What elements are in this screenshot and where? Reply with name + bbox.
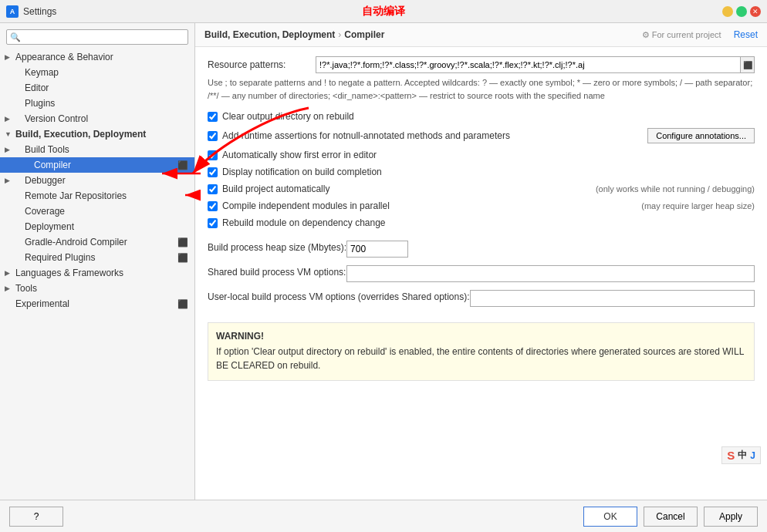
- checkbox-add-runtime: Add runtime assertions for notnull-annot…: [208, 128, 755, 143]
- sogou-s-icon: S: [727, 449, 735, 462]
- sidebar-item-languages[interactable]: ▶ Languages & Frameworks: [0, 265, 194, 281]
- sidebar-item-label: Build Tools: [25, 144, 69, 155]
- checkbox-compile-parallel: Compile independent modules in parallel …: [208, 200, 755, 211]
- user-local-vm-label: User-local build process VM options (ove…: [208, 290, 470, 302]
- sidebar-item-keymap[interactable]: Keymap: [0, 65, 194, 80]
- search-input[interactable]: [23, 32, 184, 42]
- checkbox-build-auto: Build project automatically (only works …: [208, 184, 755, 194]
- sidebar-item-coverage[interactable]: Coverage: [0, 204, 194, 219]
- sidebar-item-experimental[interactable]: Experimental ⬛: [0, 296, 194, 311]
- resource-patterns-input[interactable]: [316, 56, 741, 73]
- reset-link[interactable]: Reset: [734, 29, 758, 40]
- rebuild-dependency-label: Rebuild module on dependency change: [222, 217, 755, 228]
- sidebar-item-label: Deployment: [25, 221, 74, 232]
- copy-icon: ⬛: [177, 253, 188, 263]
- sidebar-item-label: Debugger: [25, 175, 66, 186]
- build-auto-note: (only works while not running / debuggin…: [596, 184, 755, 194]
- sidebar-item-required-plugins[interactable]: Required Plugins ⬛: [0, 250, 194, 265]
- sidebar-item-plugins[interactable]: Plugins: [0, 96, 194, 111]
- compile-parallel-checkbox[interactable]: [208, 201, 218, 211]
- sidebar-item-label: Gradle-Android Compiler: [25, 237, 127, 247]
- window-title: Settings: [23, 6, 56, 17]
- build-auto-checkbox[interactable]: [208, 184, 218, 194]
- sidebar-item-label: Experimental: [15, 298, 69, 309]
- warning-text: If option 'Clear output directory on reb…: [216, 345, 746, 372]
- app-icon: A: [6, 5, 19, 18]
- sidebar-item-label: Remote Jar Repositories: [25, 190, 127, 201]
- sidebar: 🔍 ▶ Appearance & Behavior Keymap Editor …: [0, 23, 195, 500]
- sidebar-item-version-control[interactable]: ▶ Version Control: [0, 111, 194, 126]
- build-auto-label: Build project automatically: [222, 184, 583, 194]
- sidebar-item-build-exec[interactable]: ▼ Build, Execution, Deployment: [0, 126, 194, 142]
- sidebar-item-label: Build, Execution, Deployment: [15, 129, 146, 140]
- copy-icon: ⬛: [177, 160, 188, 170]
- chevron-right-icon: ▶: [5, 146, 10, 153]
- display-notification-checkbox[interactable]: [208, 167, 218, 177]
- sidebar-item-appearance[interactable]: ▶ Appearance & Behavior: [0, 49, 194, 65]
- chevron-right-icon: ▶: [5, 177, 10, 184]
- rebuild-dependency-checkbox[interactable]: [208, 218, 218, 228]
- checkbox-clear-output: Clear output directory on rebuild: [208, 111, 755, 122]
- checkbox-auto-show-error: Automatically show first error in editor: [208, 150, 755, 160]
- sidebar-item-compiler[interactable]: Compiler ⬛: [0, 157, 194, 173]
- maximize-button[interactable]: [736, 6, 747, 17]
- chinese-title: 自动编译: [362, 5, 405, 19]
- auto-show-error-checkbox[interactable]: [208, 150, 218, 160]
- auto-show-error-label: Automatically show first error in editor: [222, 150, 755, 160]
- sidebar-item-remote-jar[interactable]: Remote Jar Repositories: [0, 188, 194, 204]
- breadcrumb-current: Compiler: [344, 29, 384, 40]
- chevron-right-icon: ▶: [5, 285, 10, 292]
- sogou-indicator: S 中 J: [721, 446, 761, 464]
- close-button[interactable]: ✕: [750, 6, 761, 17]
- sidebar-item-tools[interactable]: ▶ Tools: [0, 281, 194, 296]
- chevron-right-icon: ▶: [5, 115, 10, 123]
- heap-size-input[interactable]: [346, 241, 408, 258]
- apply-button[interactable]: Apply: [704, 507, 758, 527]
- for-project-label: ⚙ For current project: [642, 30, 721, 40]
- heap-size-label: Build process heap size (Mbytes):: [208, 241, 346, 253]
- sidebar-item-label: Compiler: [34, 160, 71, 170]
- search-box[interactable]: 🔍: [6, 29, 188, 45]
- sidebar-item-label: Tools: [15, 283, 37, 294]
- chevron-right-icon: ▶: [5, 269, 10, 277]
- ok-button[interactable]: OK: [583, 507, 637, 527]
- sidebar-item-label: Version Control: [25, 113, 88, 124]
- sidebar-item-debugger[interactable]: ▶ Debugger: [0, 173, 194, 188]
- configure-annotations-button[interactable]: Configure annotations...: [647, 128, 755, 143]
- resource-patterns-row: Resource patterns: ⬛: [208, 56, 755, 73]
- sidebar-item-label: Appearance & Behavior: [15, 52, 113, 62]
- chevron-down-icon: ▼: [5, 130, 12, 138]
- chevron-right-icon: ▶: [5, 53, 10, 61]
- breadcrumb: Build, Execution, Deployment › Compiler …: [195, 23, 767, 47]
- checkbox-rebuild-dependency: Rebuild module on dependency change: [208, 217, 755, 228]
- sogou-j-text: J: [750, 450, 755, 461]
- clear-output-checkbox[interactable]: [208, 112, 218, 122]
- sidebar-item-label: Keymap: [25, 67, 59, 78]
- sidebar-item-build-tools[interactable]: ▶ Build Tools: [0, 142, 194, 157]
- shared-vm-input[interactable]: [346, 265, 755, 282]
- copy-icon: ⬛: [177, 237, 188, 247]
- copy-icon: ⬛: [177, 299, 188, 309]
- display-notification-label: Display notification on build completion: [222, 167, 755, 177]
- add-runtime-label: Add runtime assertions for notnull-annot…: [222, 130, 641, 141]
- breadcrumb-separator: ›: [338, 29, 341, 40]
- window-controls: ✕: [722, 6, 761, 17]
- minimize-button[interactable]: [722, 6, 733, 17]
- sidebar-item-gradle-android[interactable]: Gradle-Android Compiler ⬛: [0, 234, 194, 250]
- add-runtime-checkbox[interactable]: [208, 131, 218, 141]
- resource-patterns-label: Resource patterns:: [208, 59, 316, 70]
- resource-expand-button[interactable]: ⬛: [741, 56, 755, 73]
- shared-vm-row: Shared build process VM options:: [208, 265, 755, 282]
- sidebar-item-deployment[interactable]: Deployment: [0, 219, 194, 234]
- search-icon: 🔍: [10, 32, 21, 42]
- title-bar: A Settings 自动编译 ✕: [0, 0, 767, 23]
- cancel-button[interactable]: Cancel: [644, 507, 698, 527]
- sogou-cn-text: 中: [738, 449, 747, 462]
- sidebar-item-label: Coverage: [25, 206, 65, 217]
- user-local-vm-input[interactable]: [470, 290, 755, 307]
- sidebar-item-editor[interactable]: Editor: [0, 80, 194, 96]
- settings-content: Resource patterns: ⬛ Use ; to separate p…: [195, 47, 767, 500]
- compile-parallel-note: (may require larger heap size): [641, 201, 755, 210]
- sidebar-item-label: Plugins: [25, 98, 55, 109]
- help-button[interactable]: ?: [9, 507, 63, 527]
